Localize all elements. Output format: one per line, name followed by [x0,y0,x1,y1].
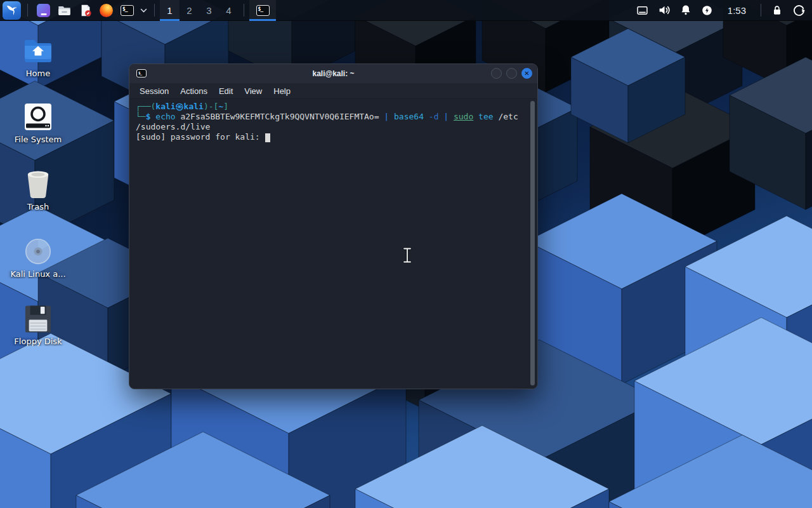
terminal-output[interactable]: ┌──(kali㉿kali)-[~]└─$ echo a2FsaSBBTEw9K… [129,99,537,389]
terminal-text-segment [449,112,454,121]
terminal-text-segment: base64 [394,112,424,121]
logout-button[interactable] [788,0,809,21]
system-tray: 1:53 [632,0,809,21]
menu-session[interactable]: Session [134,84,174,98]
volume-icon [657,3,671,17]
terminal-text-segment: tee [478,112,493,121]
panel-separator [244,4,244,17]
panel-separator [27,4,28,17]
lock-screen-button[interactable] [766,0,788,21]
terminal-text-segment: └─ [136,112,146,121]
power-icon [701,4,713,17]
workspace-4[interactable]: 4 [219,0,239,21]
terminal-text-segment: )-[ [204,102,218,111]
terminal-text-segment: ] [223,102,228,111]
text-editor-icon [79,4,92,17]
terminal-text-segment: echo [155,112,175,121]
scrollbar-thumb[interactable] [530,101,535,385]
terminal-text-segment: a2FsaSBBTEw9KEFMTCkgTk9QQVNTV0Q6IEFMTAo= [176,112,384,121]
workspace-3[interactable]: 3 [199,0,219,21]
panel-separator [154,4,155,17]
home-folder-icon [23,37,53,64]
panel-separator [761,4,761,17]
power-manager-tray-button[interactable] [697,0,718,21]
logout-icon [792,4,806,17]
terminal-text-segment [473,112,478,121]
menu-edit[interactable]: Edit [213,84,239,98]
menu-help[interactable]: Help [268,84,296,98]
terminal-line: /sudoers.d/live [136,122,522,132]
desktop-icon-file-system[interactable]: File System [8,102,69,144]
launcher-file-manager[interactable] [54,0,75,21]
desktop: $_ 1 2 3 4 $_ [0,0,812,508]
menu-view[interactable]: View [239,84,268,98]
folder-icon [58,4,71,17]
terminal-line: [sudo] password for kali: [136,132,522,142]
display-tray-button[interactable] [632,0,653,21]
desktop-icon-label: Home [8,69,69,78]
desktop-icon-label: Kali Linux a... [8,270,69,279]
desktop-icon-trash[interactable]: Trash [8,169,69,211]
taskbar-terminal-button[interactable]: $_ [249,0,276,21]
terminal-icon: $_ [121,5,134,16]
minimize-button[interactable] [491,68,502,79]
desktop-icon-label: Trash [8,203,69,211]
terminal-text-segment: sudo [454,112,473,121]
launcher-window-app[interactable] [33,0,54,21]
terminal-scrollbar[interactable] [530,101,535,385]
launcher-text-editor[interactable] [75,0,96,21]
workspace-2[interactable]: 2 [180,0,199,21]
desktop-icon-home[interactable]: Home [8,36,69,78]
bell-icon [679,4,692,17]
terminal-text-segment: | [443,112,449,121]
workspace-1[interactable]: 1 [160,0,180,21]
clock[interactable]: 1:53 [724,0,750,21]
close-icon: ✕ [524,70,529,77]
lock-icon [771,4,783,17]
terminal-window: $_ kali@kali: ~ ✕ Session Actions Edit V… [129,64,538,389]
floppy-disk-icon [24,304,52,334]
launcher-firefox[interactable] [96,0,117,21]
maximize-button[interactable] [506,68,517,79]
terminal-text-segment: ┌──( [136,102,155,111]
terminal-icon: $_ [256,5,270,16]
trash-icon [25,169,51,199]
desktop-icon-label: Floppy Disk [8,337,69,346]
terminal-line: └─$ echo a2FsaSBBTEw9KEFMTCkgTk9QQVNTV0Q… [136,112,522,122]
terminal-menubar: Session Actions Edit View Help [129,83,537,99]
harddrive-icon [23,102,53,131]
desktop-icon-label: File System [8,135,69,144]
terminal-line: ┌──(kali㉿kali)-[~] [136,102,522,112]
close-button[interactable]: ✕ [521,68,532,79]
window-title: kali@kali: ~ [129,69,537,78]
purple-window-icon [37,4,50,17]
menu-actions[interactable]: Actions [174,84,213,98]
terminal-dropdown-button[interactable] [138,0,149,21]
launcher-terminal[interactable]: $_ [117,0,138,21]
window-titlebar[interactable]: $_ kali@kali: ~ ✕ [129,64,537,83]
terminal-cursor [265,133,270,142]
desktop-icon-kali-installer[interactable]: Kali Linux a... [8,236,69,279]
top-panel: $_ 1 2 3 4 $_ [0,0,812,21]
display-icon [636,4,649,17]
volume-tray-button[interactable] [653,0,675,21]
chevron-down-icon [140,8,147,13]
terminal-text-segment: | [384,112,389,121]
notifications-tray-button[interactable] [675,0,697,21]
firefox-icon [100,4,113,17]
terminal-text-segment: -d [429,112,439,121]
terminal-text-segment: kali㉿kali [155,102,204,111]
cd-disc-icon [23,237,53,266]
desktop-icon-floppy-disk[interactable]: Floppy Disk [8,304,69,346]
terminal-text-segment: /etc [498,112,518,121]
applications-menu-button[interactable] [3,1,21,20]
terminal-text-segment: [sudo] password for kali: [136,132,265,142]
kali-menu-icon [5,3,19,17]
terminal-text-segment [424,112,429,121]
terminal-text-segment: /sudoers.d/live [136,122,210,131]
terminal-text-segment [389,112,394,121]
